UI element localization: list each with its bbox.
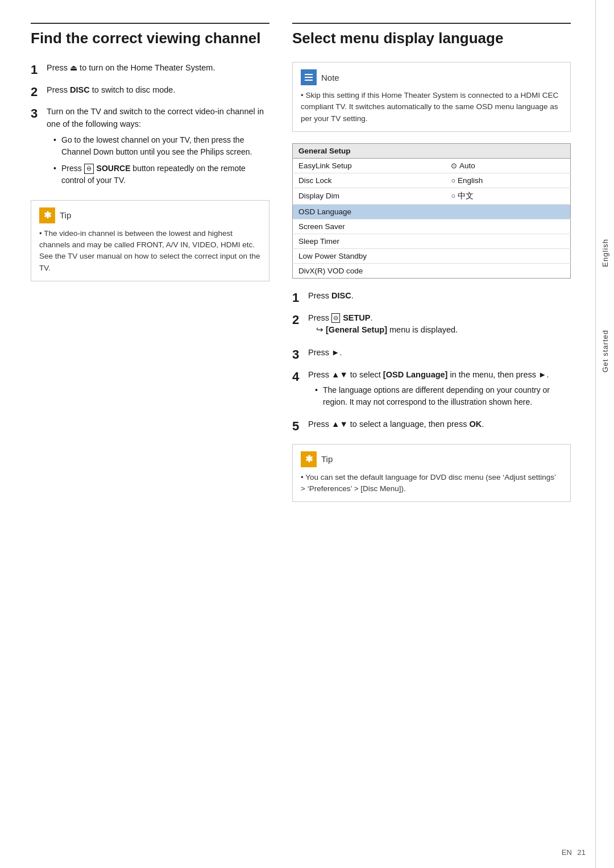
tip-icon-left: ✱	[39, 207, 55, 223]
page-number: EN 21	[562, 848, 586, 857]
step-2: 2 Press DISC to switch to disc mode.	[31, 84, 269, 101]
table-row-osdlanguage: OSD Language	[293, 204, 571, 219]
step-3-bullets: Go to the lowest channel on your TV, the…	[53, 134, 269, 186]
right-step-2: 2 Press ⊝ SETUP. [General Setup] menu is…	[292, 312, 571, 342]
note-icon-lines	[305, 74, 313, 81]
radio-chinese: 中文	[451, 192, 473, 200]
table-cell-sleeptimer-label: Sleep Timer	[293, 234, 446, 248]
table-cell-displaydim-label: Display Dim	[293, 188, 446, 204]
table-cell-divx-value	[445, 263, 570, 278]
right-step-2-content: Press ⊝ SETUP. [General Setup] menu is d…	[308, 312, 571, 342]
setup-table-header-row: General Setup	[293, 143, 571, 158]
step-1: 1 Press ⏏ to turn on the Home Theater Sy…	[31, 62, 269, 78]
right-step-1: 1 Press DISC.	[292, 290, 571, 306]
table-row-disclock: Disc Lock English	[293, 173, 571, 188]
note-header: Note	[301, 69, 562, 85]
table-cell-lowpower-label: Low Power Standby	[293, 248, 446, 263]
table-cell-sleeptimer-value	[445, 234, 570, 248]
right-step-3-content: Press ►.	[308, 347, 571, 359]
step-3-number: 3	[31, 106, 47, 122]
step-1-content: Press ⏏ to turn on the Home Theater Syst…	[47, 62, 269, 74]
table-cell-osdlanguage-label: OSD Language	[293, 204, 446, 219]
table-cell-displaydim-value: 中文	[445, 188, 570, 204]
left-tip-box: ✱ Tip • The video-in channel is between …	[31, 200, 269, 281]
left-column: Find the correct viewing channel 1 Press…	[31, 23, 269, 845]
right-bullet-1: The language options are different depen…	[315, 384, 571, 408]
note-box: Note • Skip this setting if this Home Th…	[292, 62, 571, 132]
table-cell-disclock-value: English	[445, 173, 570, 188]
page-container: English Get started Find the correct vie…	[0, 0, 614, 868]
table-cell-osdlanguage-value	[445, 204, 570, 219]
power-symbol: ⏏	[70, 63, 77, 72]
radio-english: English	[451, 176, 483, 185]
right-step-4: 4 Press ▲▼ to select [OSD Language] in t…	[292, 369, 571, 413]
right-step-4-bullets: The language options are different depen…	[315, 384, 571, 408]
hookline-setup: [General Setup] menu is displayed.	[316, 324, 571, 337]
table-cell-easylink-label: EasyLink Setup	[293, 158, 446, 173]
setup-table: General Setup EasyLink Setup Auto Disc L…	[292, 143, 571, 279]
right-step-5-number: 5	[292, 418, 308, 435]
note-content: • Skip this setting if this Home Theater…	[301, 90, 562, 124]
step-1-number: 1	[31, 62, 47, 78]
right-step-4-number: 4	[292, 369, 308, 385]
page-num: 21	[578, 848, 586, 857]
bullet-2: Press ⊖ SOURCE button repeatedly on the …	[53, 163, 269, 186]
table-row-divx: DivX(R) VOD code	[293, 263, 571, 278]
page-label-en: EN	[562, 848, 572, 857]
step-3: 3 Turn on the TV and switch to the corre…	[31, 106, 269, 191]
left-tip-label: Tip	[60, 210, 71, 220]
right-tip-content: • You can set the default language for D…	[301, 472, 562, 495]
table-row-displaydim: Display Dim 中文	[293, 188, 571, 204]
tip-icon-right: ✱	[301, 451, 317, 467]
note-label: Note	[321, 73, 339, 82]
note-icon	[301, 69, 317, 85]
table-row-sleeptimer: Sleep Timer	[293, 234, 571, 248]
setup-icon: ⊝	[331, 313, 340, 323]
right-step-5-content: Press ▲▼ to select a language, then pres…	[308, 418, 571, 431]
right-tip-header: ✱ Tip	[301, 451, 562, 467]
side-label-getstarted: Get started	[601, 330, 609, 372]
side-label-english: English	[601, 239, 609, 267]
table-row-easylink: EasyLink Setup Auto	[293, 158, 571, 173]
step-3-content: Turn on the TV and switch to the correct…	[47, 106, 269, 191]
table-cell-screensaver-label: Screen Saver	[293, 219, 446, 234]
right-section-title: Select menu display language	[292, 23, 571, 52]
table-cell-disclock-label: Disc Lock	[293, 173, 446, 188]
left-tip-header: ✱ Tip	[39, 207, 261, 223]
right-step-1-content: Press DISC.	[308, 290, 571, 302]
left-section-title: Find the correct viewing channel	[31, 23, 269, 52]
setup-table-header: General Setup	[293, 143, 571, 158]
right-step-2-number: 2	[292, 312, 308, 329]
table-cell-lowpower-value	[445, 248, 570, 263]
step-2-content: Press DISC to switch to disc mode.	[47, 84, 269, 97]
right-step-3: 3 Press ►.	[292, 347, 571, 363]
bullet-1: Go to the lowest channel on your TV, the…	[53, 134, 269, 158]
main-content: Find the correct viewing channel 1 Press…	[0, 0, 596, 868]
right-step-4-content: Press ▲▼ to select [OSD Language] in the…	[308, 369, 571, 413]
side-tab: English Get started	[596, 0, 614, 868]
table-cell-easylink-value: Auto	[445, 158, 570, 173]
table-row-screensaver: Screen Saver	[293, 219, 571, 234]
table-row-lowpower: Low Power Standby	[293, 248, 571, 263]
right-step-3-number: 3	[292, 347, 308, 363]
right-step-1-number: 1	[292, 290, 308, 306]
source-icon: ⊖	[84, 164, 94, 173]
right-tip-box: ✱ Tip • You can set the default language…	[292, 444, 571, 502]
right-column: Select menu display language Note • Skip…	[292, 23, 571, 845]
table-cell-divx-label: DivX(R) VOD code	[293, 263, 446, 278]
step-2-number: 2	[31, 84, 47, 101]
left-tip-content: • The video-in channel is between the lo…	[39, 228, 261, 274]
table-cell-screensaver-value	[445, 219, 570, 234]
radio-auto: Auto	[451, 161, 475, 170]
right-step-5: 5 Press ▲▼ to select a language, then pr…	[292, 418, 571, 435]
right-tip-label: Tip	[321, 454, 333, 464]
